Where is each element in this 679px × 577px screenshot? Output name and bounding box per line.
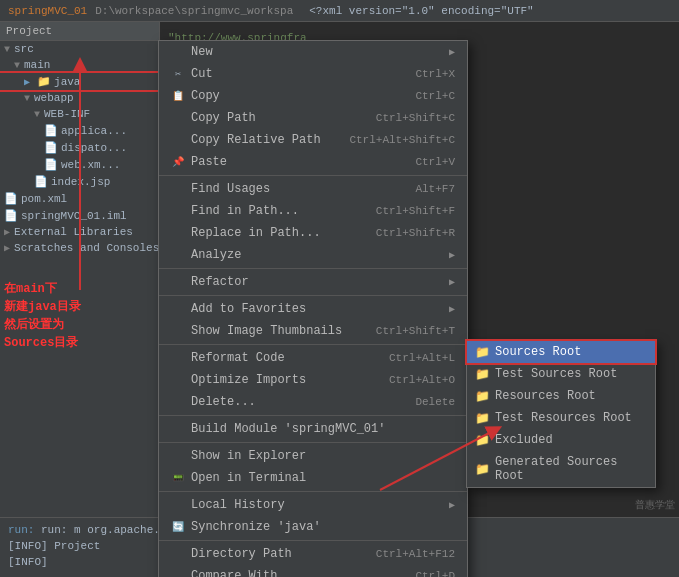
tree-item-main[interactable]: ▼main xyxy=(0,57,159,73)
menu-item-find-usages[interactable]: Find Usages Alt+F7 xyxy=(159,178,467,200)
submenu-item-sources-root[interactable]: 📁 Sources Root xyxy=(467,341,655,363)
separator-5 xyxy=(159,415,467,416)
submenu-item-excluded[interactable]: 📁 Excluded xyxy=(467,429,655,451)
watermark-text: 普惠学堂 xyxy=(635,500,675,511)
tree-item-iml[interactable]: 📄springMVC_01.iml xyxy=(0,207,159,224)
annotation-line2: 新建java目录 xyxy=(4,298,81,316)
submenu-arrow-refactor: ▶ xyxy=(449,276,455,288)
separator-1 xyxy=(159,175,467,176)
menu-item-delete[interactable]: Delete... Delete xyxy=(159,391,467,413)
menu-item-copy-relative[interactable]: Copy Relative Path Ctrl+Alt+Shift+C xyxy=(159,129,467,151)
terminal-icon: 📟 xyxy=(171,472,185,484)
project-name: springMVC_01 xyxy=(8,5,87,17)
tree-item-webxml[interactable]: 📄web.xm... xyxy=(0,156,159,173)
paste-icon: 📌 xyxy=(171,156,185,168)
menu-item-refactor[interactable]: Refactor ▶ xyxy=(159,271,467,293)
excluded-label: Excluded xyxy=(495,433,553,447)
menu-item-show-explorer[interactable]: Show in Explorer xyxy=(159,445,467,467)
menu-item-synchronize[interactable]: 🔄Synchronize 'java' xyxy=(159,516,467,538)
annotation-line1: 在main下 xyxy=(4,280,81,298)
menu-item-directory-path[interactable]: Directory Path Ctrl+Alt+F12 xyxy=(159,543,467,565)
menu-item-paste[interactable]: 📌Paste Ctrl+V xyxy=(159,151,467,173)
menu-item-compare-with[interactable]: Compare With... Ctrl+D xyxy=(159,565,467,577)
menu-item-image-thumbnails[interactable]: Show Image Thumbnails Ctrl+Shift+T xyxy=(159,320,467,342)
menu-item-replace-in-path[interactable]: Replace in Path... Ctrl+Shift+R xyxy=(159,222,467,244)
tree-item-pomxml[interactable]: 📄pom.xml xyxy=(0,190,159,207)
watermark: 普惠学堂 xyxy=(635,498,675,512)
sources-root-icon: 📁 xyxy=(475,345,489,359)
annotation-line4: Sources目录 xyxy=(4,334,81,352)
separator-6 xyxy=(159,442,467,443)
tree-item-applica[interactable]: 📄applica... xyxy=(0,122,159,139)
menu-item-copy[interactable]: 📋Copy Ctrl+C xyxy=(159,85,467,107)
resources-label: Resources Root xyxy=(495,389,596,403)
copy-icon: 📋 xyxy=(171,90,185,102)
generated-label: Generated Sources Root xyxy=(495,455,647,483)
submenu-item-generated[interactable]: 📁 Generated Sources Root xyxy=(467,451,655,487)
separator-8 xyxy=(159,540,467,541)
resources-icon: 📁 xyxy=(475,389,489,403)
submenu-item-resources[interactable]: 📁 Resources Root xyxy=(467,385,655,407)
menu-item-copy-path[interactable]: Copy Path Ctrl+Shift+C xyxy=(159,107,467,129)
menu-item-cut[interactable]: ✂Cut Ctrl+X xyxy=(159,63,467,85)
separator-7 xyxy=(159,491,467,492)
menu-item-add-favorites[interactable]: Add to Favorites ▶ xyxy=(159,298,467,320)
menu-item-open-terminal[interactable]: 📟Open in Terminal xyxy=(159,467,467,489)
tree-item-dispato[interactable]: 📄dispato... xyxy=(0,139,159,156)
generated-icon: 📁 xyxy=(475,462,489,476)
context-menu: New ▶ ✂Cut Ctrl+X 📋Copy Ctrl+C Copy Path… xyxy=(158,40,468,577)
tree-item-external-libs[interactable]: ▶External Libraries xyxy=(0,224,159,240)
annotation-line3: 然后设置为 xyxy=(4,316,81,334)
test-resources-label: Test Resources Root xyxy=(495,411,632,425)
tree-item-scratches[interactable]: ▶Scratches and Consoles xyxy=(0,240,159,256)
menu-item-build-module[interactable]: Build Module 'springMVC_01' xyxy=(159,418,467,440)
submenu-arrow-new: ▶ xyxy=(449,46,455,58)
submenu-mark-directory: 📁 Sources Root 📁 Test Sources Root 📁 Res… xyxy=(466,340,656,488)
tree-item-webinf[interactable]: ▼WEB-INF xyxy=(0,106,159,122)
test-resources-icon: 📁 xyxy=(475,411,489,425)
menu-item-optimize-imports[interactable]: Optimize Imports Ctrl+Alt+O xyxy=(159,369,467,391)
tree-item-indexjsp[interactable]: 📄index.jsp xyxy=(0,173,159,190)
separator-4 xyxy=(159,344,467,345)
menu-item-local-history[interactable]: Local History ▶ xyxy=(159,494,467,516)
menu-item-reformat[interactable]: Reformat Code Ctrl+Alt+L xyxy=(159,347,467,369)
xml-declaration: <?xml version="1.0" encoding="UTF" xyxy=(309,5,533,17)
test-sources-icon: 📁 xyxy=(475,367,489,381)
run-prefix: run: xyxy=(8,524,41,536)
cut-icon: ✂ xyxy=(171,68,185,80)
test-sources-label: Test Sources Root xyxy=(495,367,617,381)
project-path: D:\workspace\springmvc_workspa xyxy=(95,5,293,17)
submenu-item-test-sources[interactable]: 📁 Test Sources Root xyxy=(467,363,655,385)
separator-3 xyxy=(159,295,467,296)
submenu-arrow-history: ▶ xyxy=(449,499,455,511)
menu-item-analyze[interactable]: Analyze ▶ xyxy=(159,244,467,266)
tree-item-src[interactable]: ▼src xyxy=(0,41,159,57)
title-bar: springMVC_01 D:\workspace\springmvc_work… xyxy=(0,0,679,22)
separator-2 xyxy=(159,268,467,269)
submenu-arrow-analyze: ▶ xyxy=(449,249,455,261)
submenu-arrow-favorites: ▶ xyxy=(449,303,455,315)
sources-root-label: Sources Root xyxy=(495,345,581,359)
project-panel: Project ▼src ▼main ▶ 📁 java ▼webapp ▼WEB… xyxy=(0,22,160,517)
tree-item-java[interactable]: ▶ 📁 java xyxy=(0,73,159,90)
menu-item-find-in-path[interactable]: Find in Path... Ctrl+Shift+F xyxy=(159,200,467,222)
panel-header: Project xyxy=(0,22,159,41)
excluded-icon: 📁 xyxy=(475,433,489,447)
menu-item-new[interactable]: New ▶ xyxy=(159,41,467,63)
submenu-item-test-resources[interactable]: 📁 Test Resources Root xyxy=(467,407,655,429)
tree-item-webapp[interactable]: ▼webapp xyxy=(0,90,159,106)
sync-icon: 🔄 xyxy=(171,521,185,533)
annotation-overlay: 在main下 新建java目录 然后设置为 Sources目录 xyxy=(4,280,81,352)
